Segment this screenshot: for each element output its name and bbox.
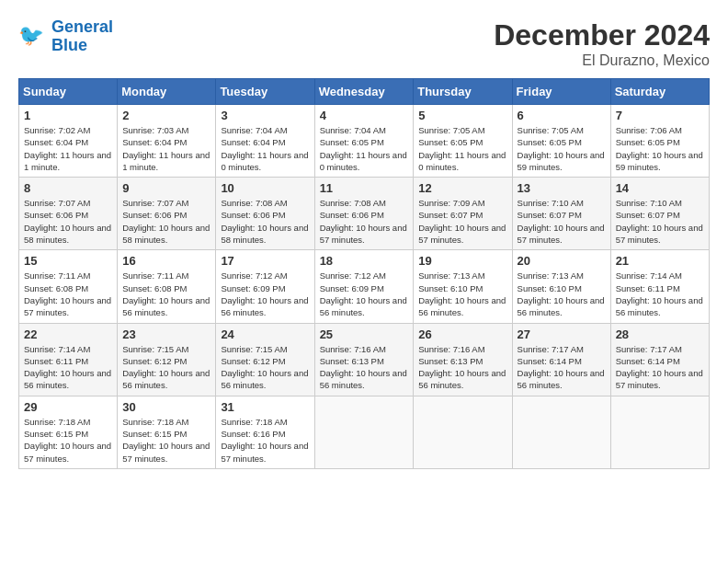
day-info: Sunrise: 7:13 AM Sunset: 6:10 PM Dayligh… xyxy=(418,270,506,318)
calendar-week-row: 15Sunrise: 7:11 AM Sunset: 6:08 PM Dayli… xyxy=(19,250,710,323)
calendar-week-row: 22Sunrise: 7:14 AM Sunset: 6:11 PM Dayli… xyxy=(19,323,710,396)
calendar-day-23: 23Sunrise: 7:15 AM Sunset: 6:12 PM Dayli… xyxy=(118,323,216,396)
day-info: Sunrise: 7:18 AM Sunset: 6:15 PM Dayligh… xyxy=(24,416,112,465)
calendar-header-friday: Friday xyxy=(512,79,610,105)
calendar-empty-cell xyxy=(610,396,709,468)
calendar-day-10: 10Sunrise: 7:08 AM Sunset: 6:06 PM Dayli… xyxy=(216,178,314,250)
day-info: Sunrise: 7:12 AM Sunset: 6:09 PM Dayligh… xyxy=(320,270,409,318)
day-number: 14 xyxy=(616,181,704,195)
day-number: 9 xyxy=(122,181,210,195)
calendar-day-9: 9Sunrise: 7:07 AM Sunset: 6:06 PM Daylig… xyxy=(118,178,216,250)
calendar-header-wednesday: Wednesday xyxy=(314,79,414,105)
calendar-day-7: 7Sunrise: 7:06 AM Sunset: 6:05 PM Daylig… xyxy=(610,105,709,178)
day-info: Sunrise: 7:10 AM Sunset: 6:07 PM Dayligh… xyxy=(518,197,606,246)
calendar-day-13: 13Sunrise: 7:10 AM Sunset: 6:07 PM Dayli… xyxy=(512,178,610,250)
day-info: Sunrise: 7:14 AM Sunset: 6:11 PM Dayligh… xyxy=(24,343,112,392)
calendar-day-15: 15Sunrise: 7:11 AM Sunset: 6:08 PM Dayli… xyxy=(19,250,118,323)
calendar-header-row: SundayMondayTuesdayWednesdayThursdayFrid… xyxy=(19,79,710,105)
calendar-header-monday: Monday xyxy=(118,79,216,105)
day-info: Sunrise: 7:08 AM Sunset: 6:06 PM Dayligh… xyxy=(221,197,309,246)
calendar-header-tuesday: Tuesday xyxy=(216,79,314,105)
logo: 🐦 General Blue xyxy=(18,18,113,55)
calendar-empty-cell xyxy=(512,396,610,468)
day-number: 12 xyxy=(418,181,506,195)
day-info: Sunrise: 7:14 AM Sunset: 6:11 PM Dayligh… xyxy=(616,270,704,318)
day-info: Sunrise: 7:04 AM Sunset: 6:05 PM Dayligh… xyxy=(320,124,409,173)
calendar-day-6: 6Sunrise: 7:05 AM Sunset: 6:05 PM Daylig… xyxy=(512,105,610,178)
calendar-day-31: 31Sunrise: 7:18 AM Sunset: 6:16 PM Dayli… xyxy=(216,396,314,468)
day-number: 4 xyxy=(320,109,409,122)
day-number: 8 xyxy=(24,181,112,195)
svg-text:🐦: 🐦 xyxy=(18,23,44,48)
day-info: Sunrise: 7:07 AM Sunset: 6:06 PM Dayligh… xyxy=(24,197,112,246)
day-number: 24 xyxy=(221,327,309,341)
logo-text: General Blue xyxy=(51,18,113,55)
calendar-day-27: 27Sunrise: 7:17 AM Sunset: 6:14 PM Dayli… xyxy=(512,323,610,396)
day-number: 29 xyxy=(24,400,112,414)
day-number: 18 xyxy=(320,254,409,268)
calendar-day-20: 20Sunrise: 7:13 AM Sunset: 6:10 PM Dayli… xyxy=(512,250,610,323)
day-number: 5 xyxy=(418,109,506,122)
calendar-header-sunday: Sunday xyxy=(19,79,118,105)
calendar-day-8: 8Sunrise: 7:07 AM Sunset: 6:06 PM Daylig… xyxy=(19,178,118,250)
day-number: 19 xyxy=(418,254,506,268)
calendar-day-21: 21Sunrise: 7:14 AM Sunset: 6:11 PM Dayli… xyxy=(610,250,709,323)
day-number: 21 xyxy=(616,254,704,268)
calendar-day-18: 18Sunrise: 7:12 AM Sunset: 6:09 PM Dayli… xyxy=(314,250,414,323)
header: 🐦 General Blue December 2024 El Durazno,… xyxy=(18,18,710,69)
day-number: 31 xyxy=(221,400,309,414)
day-number: 23 xyxy=(122,327,210,341)
day-info: Sunrise: 7:16 AM Sunset: 6:13 PM Dayligh… xyxy=(320,343,409,392)
day-number: 25 xyxy=(320,327,409,341)
day-info: Sunrise: 7:06 AM Sunset: 6:05 PM Dayligh… xyxy=(616,124,704,173)
calendar-header-thursday: Thursday xyxy=(414,79,512,105)
calendar-week-row: 1Sunrise: 7:02 AM Sunset: 6:04 PM Daylig… xyxy=(19,105,710,178)
day-info: Sunrise: 7:08 AM Sunset: 6:06 PM Dayligh… xyxy=(320,197,409,246)
day-info: Sunrise: 7:11 AM Sunset: 6:08 PM Dayligh… xyxy=(24,270,112,318)
day-info: Sunrise: 7:15 AM Sunset: 6:12 PM Dayligh… xyxy=(122,343,210,392)
day-info: Sunrise: 7:05 AM Sunset: 6:05 PM Dayligh… xyxy=(418,124,506,173)
day-info: Sunrise: 7:13 AM Sunset: 6:10 PM Dayligh… xyxy=(518,270,606,318)
day-number: 22 xyxy=(24,327,112,341)
day-info: Sunrise: 7:15 AM Sunset: 6:12 PM Dayligh… xyxy=(221,343,309,392)
day-info: Sunrise: 7:17 AM Sunset: 6:14 PM Dayligh… xyxy=(518,343,606,392)
day-number: 30 xyxy=(122,400,210,414)
day-number: 26 xyxy=(418,327,506,341)
day-info: Sunrise: 7:12 AM Sunset: 6:09 PM Dayligh… xyxy=(221,270,309,318)
calendar-day-26: 26Sunrise: 7:16 AM Sunset: 6:13 PM Dayli… xyxy=(414,323,512,396)
day-number: 13 xyxy=(518,181,606,195)
calendar-day-14: 14Sunrise: 7:10 AM Sunset: 6:07 PM Dayli… xyxy=(610,178,709,250)
day-number: 28 xyxy=(616,327,704,341)
calendar-header-saturday: Saturday xyxy=(610,79,709,105)
calendar-empty-cell xyxy=(414,396,512,468)
day-number: 16 xyxy=(122,254,210,268)
calendar-day-11: 11Sunrise: 7:08 AM Sunset: 6:06 PM Dayli… xyxy=(314,178,414,250)
day-number: 2 xyxy=(122,109,210,122)
day-info: Sunrise: 7:10 AM Sunset: 6:07 PM Dayligh… xyxy=(616,197,704,246)
calendar-day-19: 19Sunrise: 7:13 AM Sunset: 6:10 PM Dayli… xyxy=(414,250,512,323)
day-info: Sunrise: 7:17 AM Sunset: 6:14 PM Dayligh… xyxy=(616,343,704,392)
calendar-day-17: 17Sunrise: 7:12 AM Sunset: 6:09 PM Dayli… xyxy=(216,250,314,323)
day-info: Sunrise: 7:18 AM Sunset: 6:15 PM Dayligh… xyxy=(122,416,210,465)
day-number: 10 xyxy=(221,181,309,195)
day-info: Sunrise: 7:16 AM Sunset: 6:13 PM Dayligh… xyxy=(418,343,506,392)
day-info: Sunrise: 7:09 AM Sunset: 6:07 PM Dayligh… xyxy=(418,197,506,246)
calendar-day-24: 24Sunrise: 7:15 AM Sunset: 6:12 PM Dayli… xyxy=(216,323,314,396)
day-number: 11 xyxy=(320,181,409,195)
calendar-week-row: 8Sunrise: 7:07 AM Sunset: 6:06 PM Daylig… xyxy=(19,178,710,250)
calendar-day-16: 16Sunrise: 7:11 AM Sunset: 6:08 PM Dayli… xyxy=(118,250,216,323)
day-number: 27 xyxy=(518,327,606,341)
title-section: December 2024 El Durazno, Mexico xyxy=(494,18,710,69)
calendar-day-28: 28Sunrise: 7:17 AM Sunset: 6:14 PM Dayli… xyxy=(610,323,709,396)
main-title: December 2024 xyxy=(494,18,710,52)
day-number: 6 xyxy=(518,109,606,122)
day-info: Sunrise: 7:04 AM Sunset: 6:04 PM Dayligh… xyxy=(221,124,309,173)
calendar-day-5: 5Sunrise: 7:05 AM Sunset: 6:05 PM Daylig… xyxy=(414,105,512,178)
day-info: Sunrise: 7:11 AM Sunset: 6:08 PM Dayligh… xyxy=(122,270,210,318)
day-info: Sunrise: 7:07 AM Sunset: 6:06 PM Dayligh… xyxy=(122,197,210,246)
calendar-day-12: 12Sunrise: 7:09 AM Sunset: 6:07 PM Dayli… xyxy=(414,178,512,250)
calendar-day-25: 25Sunrise: 7:16 AM Sunset: 6:13 PM Dayli… xyxy=(314,323,414,396)
day-info: Sunrise: 7:03 AM Sunset: 6:04 PM Dayligh… xyxy=(122,124,210,173)
day-info: Sunrise: 7:18 AM Sunset: 6:16 PM Dayligh… xyxy=(221,416,309,465)
calendar-day-3: 3Sunrise: 7:04 AM Sunset: 6:04 PM Daylig… xyxy=(216,105,314,178)
